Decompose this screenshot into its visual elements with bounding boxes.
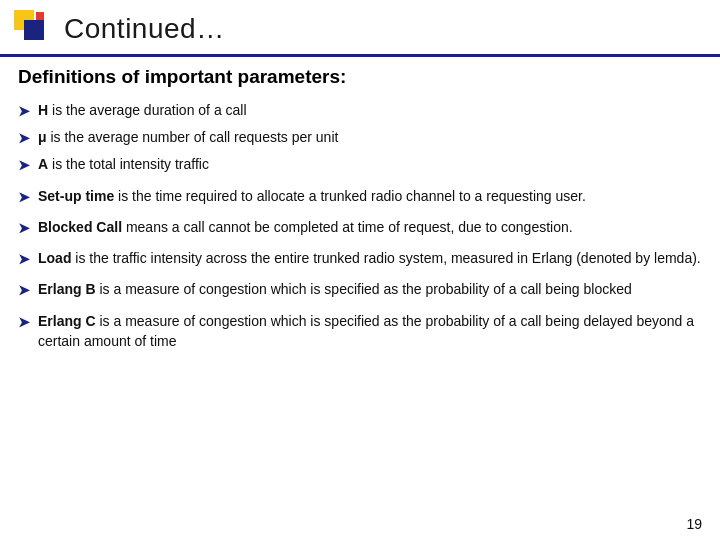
bullet-text-h: H is the average duration of a call xyxy=(38,100,702,120)
red-square xyxy=(36,12,44,20)
bullet-arrow: ➤ xyxy=(18,128,30,148)
blue-square xyxy=(24,20,44,40)
list-item: ➤ μ is the average number of call reques… xyxy=(18,127,702,148)
logo-squares xyxy=(14,10,50,48)
bullet-text-mu: μ is the average number of call requests… xyxy=(38,127,702,147)
bullet-text-erlangc: Erlang C is a measure of congestion whic… xyxy=(38,311,702,352)
bullet-arrow: ➤ xyxy=(18,280,30,300)
list-item: ➤ Load is the traffic intensity across t… xyxy=(18,248,702,269)
list-item: ➤ A is the total intensity traffic xyxy=(18,154,702,175)
slide-title: Continued… xyxy=(64,13,225,45)
bullet-text-a: A is the total intensity traffic xyxy=(38,154,702,174)
bullet-arrow: ➤ xyxy=(18,187,30,207)
bullet-text-erlangb: Erlang B is a measure of congestion whic… xyxy=(38,279,702,299)
bullet-arrow: ➤ xyxy=(18,155,30,175)
list-item: ➤ Erlang B is a measure of congestion wh… xyxy=(18,279,702,300)
list-item: ➤ Set-up time is the time required to al… xyxy=(18,186,702,207)
slide-header: Continued… xyxy=(0,0,720,57)
bullet-arrow: ➤ xyxy=(18,101,30,121)
list-item: ➤ Erlang C is a measure of congestion wh… xyxy=(18,311,702,352)
list-item: ➤ Blocked Call means a call cannot be co… xyxy=(18,217,702,238)
section-title: Definitions of important parameters: xyxy=(18,65,702,90)
bullet-arrow: ➤ xyxy=(18,249,30,269)
bullet-text-blocked: Blocked Call means a call cannot be comp… xyxy=(38,217,702,237)
page-number: 19 xyxy=(686,516,702,532)
slide: Continued… Definitions of important para… xyxy=(0,0,720,540)
bullet-text-load: Load is the traffic intensity across the… xyxy=(38,248,702,268)
bullet-list: ➤ H is the average duration of a call ➤ … xyxy=(18,100,702,352)
main-content: Definitions of important parameters: ➤ H… xyxy=(0,65,720,351)
bullet-arrow: ➤ xyxy=(18,218,30,238)
list-item: ➤ H is the average duration of a call xyxy=(18,100,702,121)
bullet-text-setup: Set-up time is the time required to allo… xyxy=(38,186,702,206)
bullet-arrow: ➤ xyxy=(18,312,30,332)
